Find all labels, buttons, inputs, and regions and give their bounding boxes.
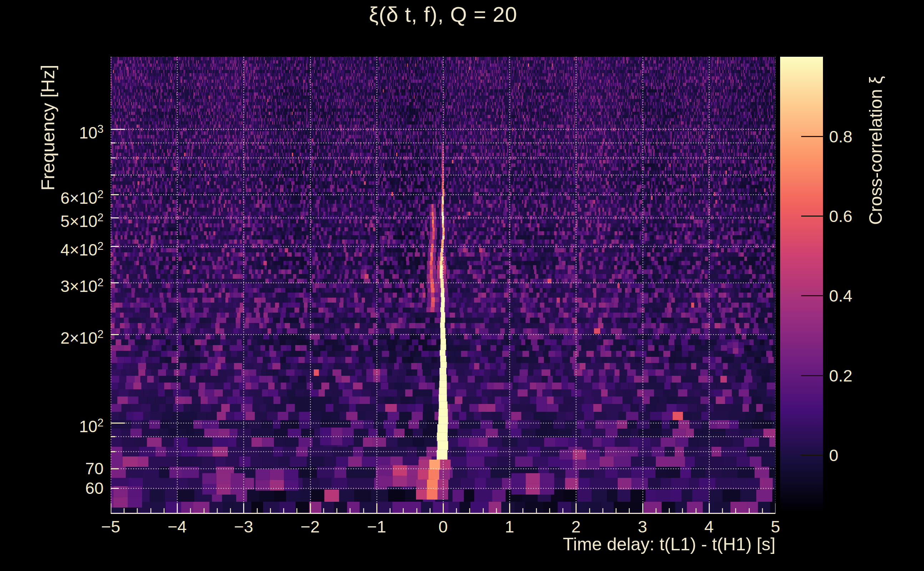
y-tick-label: 2×102 xyxy=(0,326,104,346)
colorbar-tick-mark xyxy=(801,216,823,217)
y-tick-label: 60 xyxy=(0,480,104,496)
x-tick-label: −1 xyxy=(355,517,398,536)
x-tick-label: 5 xyxy=(754,517,797,536)
x-tick-label: 0 xyxy=(422,517,465,536)
colorbar-tick-mark xyxy=(801,295,823,296)
y-tick-label: 3×102 xyxy=(0,275,104,295)
y-tick-label: 70 xyxy=(0,460,104,477)
x-tick-label: 3 xyxy=(621,517,664,536)
colorbar-tick-mark xyxy=(801,136,823,137)
colorbar-tick-label: 0.4 xyxy=(829,287,852,304)
figure-canvas: ξ(δ t, f), Q = 20 Frequency [Hz] Time de… xyxy=(0,0,924,571)
x-tick-label: −5 xyxy=(89,517,132,536)
colorbar-tick-label: 0.8 xyxy=(829,128,852,145)
colorbar-gradient xyxy=(780,57,823,511)
spectrogram-heatmap xyxy=(111,57,776,514)
x-tick-label: −4 xyxy=(156,517,198,536)
x-tick-label: −3 xyxy=(222,517,265,536)
y-tick-label: 6×102 xyxy=(0,186,104,206)
colorbar-tick-label: 0 xyxy=(829,447,838,464)
colorbar-tick-mark xyxy=(801,375,823,376)
x-tick-label: 2 xyxy=(555,517,597,536)
y-tick-label: 5×102 xyxy=(0,210,104,230)
x-tick-label: 4 xyxy=(688,517,731,536)
colorbar-tick-label: 0.6 xyxy=(829,208,852,224)
colorbar-tick-label: 0.2 xyxy=(829,367,852,384)
y-tick-label: 103 xyxy=(0,121,104,141)
x-tick-label: 1 xyxy=(488,517,531,536)
x-tick-label: −2 xyxy=(289,517,332,536)
y-tick-label: 102 xyxy=(0,415,104,435)
colorbar-title: Cross-correlation ξ xyxy=(865,76,886,225)
y-tick-label: 4×102 xyxy=(0,238,104,258)
colorbar-tick-mark xyxy=(801,455,823,456)
chart-title: ξ(δ t, f), Q = 20 xyxy=(111,2,776,27)
x-axis-title: Time delay: t(L1) - t(H1) [s] xyxy=(111,534,776,555)
